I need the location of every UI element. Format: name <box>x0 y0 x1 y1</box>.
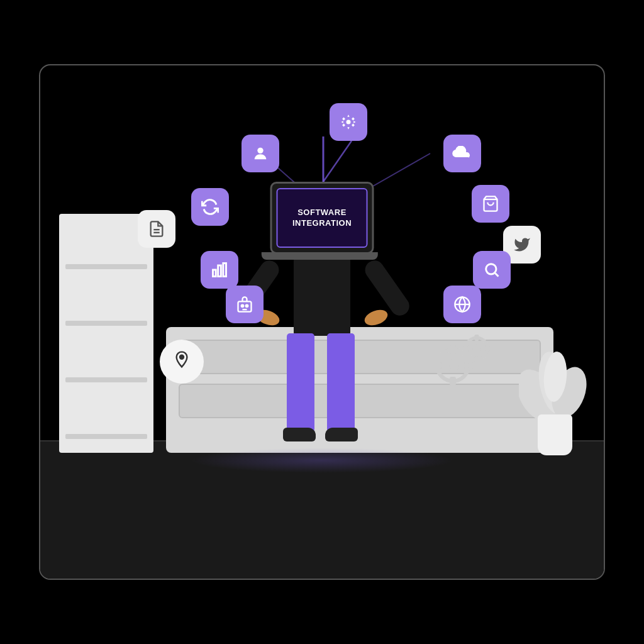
svg-rect-36 <box>475 356 479 362</box>
svg-point-26 <box>448 360 458 370</box>
character-pants-left <box>287 333 314 434</box>
character-shoe-left <box>283 428 316 441</box>
user-icon-tile <box>242 135 279 172</box>
laptop-screen-text: SOFTWARE INTEGRATION <box>292 208 352 229</box>
location-icon-tile <box>160 340 204 384</box>
character-pants-right <box>327 333 355 434</box>
svg-point-24 <box>180 355 184 359</box>
laptop-text-line1: SOFTWARE <box>297 208 347 217</box>
character-body <box>294 254 350 336</box>
svg-rect-16 <box>223 264 226 277</box>
shelf-1 <box>65 264 147 269</box>
cloud-icon-tile <box>443 135 481 172</box>
svg-rect-38 <box>484 347 491 351</box>
svg-point-10 <box>347 120 351 125</box>
shelf-2 <box>65 321 147 326</box>
svg-rect-28 <box>450 377 456 386</box>
main-scene: SOFTWARE INTEGRATION <box>39 64 605 580</box>
settings-icon-tile <box>330 103 367 141</box>
laptop: SOFTWARE INTEGRATION <box>270 182 374 254</box>
svg-point-22 <box>486 264 496 274</box>
globe-icon-tile <box>443 286 481 323</box>
laptop-screen: SOFTWARE INTEGRATION <box>277 188 368 248</box>
svg-rect-37 <box>463 347 469 351</box>
svg-point-19 <box>246 305 248 308</box>
laptop-text-line2: INTEGRATION <box>292 218 352 228</box>
character-arm-right <box>362 257 413 319</box>
shelf-4 <box>65 434 147 439</box>
gear-mechanism <box>434 331 497 396</box>
character-shoe-right <box>325 428 358 441</box>
svg-rect-29 <box>434 362 441 369</box>
laptop-base <box>262 252 378 260</box>
svg-point-25 <box>437 350 469 381</box>
svg-rect-14 <box>213 270 216 277</box>
svg-rect-35 <box>475 335 479 341</box>
cart-icon-tile <box>472 185 509 223</box>
analytics-icon-tile <box>201 251 238 289</box>
refresh-icon-tile <box>191 188 229 226</box>
plant <box>538 414 572 455</box>
svg-rect-15 <box>218 265 221 277</box>
svg-point-33 <box>466 338 487 359</box>
search-icon-tile <box>473 251 511 289</box>
automation-icon-tile <box>226 286 264 323</box>
bookshelf <box>59 214 153 453</box>
plant-leaves <box>519 345 591 421</box>
character-hand-right <box>362 307 389 328</box>
svg-point-18 <box>242 305 244 308</box>
document-icon-tile <box>138 210 175 248</box>
plant-pot <box>538 414 572 455</box>
svg-point-9 <box>257 148 263 153</box>
svg-point-34 <box>474 345 480 352</box>
shelf-3 <box>65 377 147 382</box>
svg-line-23 <box>495 273 498 276</box>
